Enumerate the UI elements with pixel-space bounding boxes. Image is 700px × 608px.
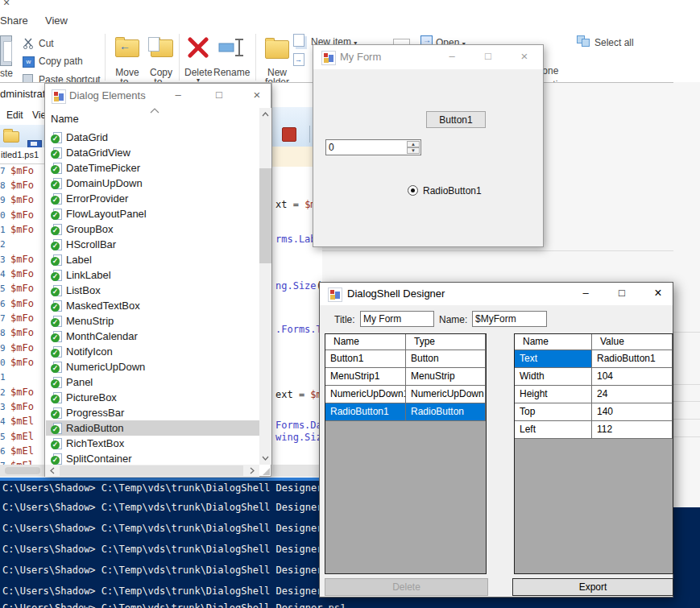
move-to-button[interactable]: ← Move to ▾	[113, 35, 142, 81]
button1[interactable]: Button1	[426, 111, 486, 128]
grid-cell[interactable]: Button1	[325, 350, 406, 368]
radiobutton1[interactable]	[408, 185, 418, 196]
list-item-label: Panel	[66, 374, 93, 390]
paste-label[interactable]: ste	[0, 68, 13, 79]
list-item[interactable]: ✓HScrollBar	[46, 237, 259, 252]
list-item[interactable]: ✓NumericUpDown	[46, 359, 259, 374]
paste-icon[interactable]	[0, 35, 12, 66]
grid-header-cell[interactable]: Name	[325, 334, 406, 350]
grid-row[interactable]: Left112	[515, 421, 673, 439]
list-item[interactable]: ✓GroupBox	[46, 221, 259, 237]
ise-editor-line: 8$mFo	[0, 327, 34, 341]
list-item[interactable]: ✓MenuStrip	[46, 313, 259, 329]
minimize-button[interactable]: –	[444, 48, 460, 64]
list-item[interactable]: ✓ProgressBar	[46, 405, 259, 420]
copy-to-button[interactable]: Copy to ▾	[147, 35, 176, 81]
grid-cell[interactable]: Button	[406, 350, 486, 368]
list-item[interactable]: ✓NotifyIcon	[46, 344, 259, 359]
list-item[interactable]: ✓DomainUpDown	[46, 176, 259, 191]
new-folder-button[interactable]: New folder	[263, 35, 292, 81]
close-button[interactable]: ×	[516, 48, 532, 64]
controls-grid[interactable]: NameTypeButton1ButtonMenuStrip1MenuStrip…	[325, 333, 487, 574]
list-item[interactable]: ✓PictureBox	[46, 390, 259, 405]
grid-row[interactable]: RadioButton1RadioButton	[325, 403, 486, 421]
grid-cell[interactable]: NumericUpDown	[406, 386, 486, 403]
scroll-down-icon[interactable]	[259, 452, 271, 465]
grid-row[interactable]: Top140	[515, 403, 673, 421]
close-button[interactable]: ×	[650, 285, 666, 301]
scroll-left-icon[interactable]	[47, 465, 58, 477]
grid-cell[interactable]: RadioButton1	[325, 403, 406, 421]
grid-cell[interactable]: Height	[515, 386, 592, 403]
grid-row[interactable]: Width104	[515, 368, 673, 386]
list-item[interactable]: ✓LinkLabel	[46, 267, 259, 283]
list-item[interactable]: ✓Label	[46, 252, 259, 267]
name-input[interactable]	[472, 311, 547, 327]
grid-cell[interactable]: 112	[592, 421, 673, 439]
list-item-label: MonthCalendar	[66, 329, 138, 344]
scroll-right-icon[interactable]	[246, 465, 258, 477]
grid-cell[interactable]: 140	[592, 403, 673, 421]
titlebar[interactable]: DialogShell Designer – □ ×	[320, 283, 673, 305]
scrollbar-thumb[interactable]	[60, 465, 243, 476]
maximize-button[interactable]: □	[480, 48, 496, 64]
list-item[interactable]: ✓RichTextBox	[46, 436, 259, 451]
vertical-scrollbar[interactable]	[259, 108, 271, 465]
list-item[interactable]: ✓Panel	[46, 374, 259, 390]
list-item[interactable]: ✓FlowLayoutPanel	[46, 206, 259, 221]
export-button[interactable]: Export	[512, 578, 673, 596]
scrollbar-thumb[interactable]	[5, 467, 40, 474]
list-item[interactable]: ✓MonthCalendar	[46, 329, 259, 344]
horizontal-scrollbar[interactable]	[45, 465, 259, 477]
grid-cell[interactable]: Width	[515, 368, 592, 386]
copy-path-button[interactable]: Copy path	[39, 56, 83, 67]
spin-down-icon[interactable]: ▼	[407, 147, 420, 154]
list-item[interactable]: ✓RadioButton	[46, 420, 259, 436]
grid-row[interactable]: MenuStrip1MenuStrip	[325, 368, 486, 386]
select-all-button[interactable]: Select all	[594, 37, 634, 48]
grid-cell[interactable]: Text	[515, 350, 592, 368]
minimize-button[interactable]: –	[578, 285, 594, 301]
list-item[interactable]: ✓DateTimePicker	[46, 160, 259, 176]
grid-cell[interactable]: Top	[515, 403, 592, 421]
grid-header-cell[interactable]: Type	[406, 334, 486, 350]
list-item[interactable]: ✓ListBox	[46, 283, 259, 298]
spin-up-icon[interactable]: ▲	[407, 141, 420, 147]
grid-row[interactable]: Button1Button	[325, 350, 486, 368]
grid-cell[interactable]: NumericUpDown1	[325, 386, 406, 403]
ise-editor-line: 2$mFo	[0, 387, 34, 401]
grid-cell[interactable]: 104	[592, 368, 673, 386]
list-item-label: NumericUpDown	[66, 359, 145, 374]
grid-cell[interactable]: MenuStrip1	[325, 368, 406, 386]
maximize-button[interactable]: □	[614, 285, 630, 301]
resize-grip[interactable]	[263, 468, 270, 475]
rename-button[interactable]: Rename	[213, 35, 249, 81]
list-item[interactable]: ✓DataGrid	[46, 130, 259, 145]
tab-view[interactable]: View	[45, 14, 68, 27]
grid-cell[interactable]: 24	[592, 386, 673, 403]
scroll-up-icon[interactable]	[259, 108, 271, 121]
titlebar[interactable]: My Form – □ ×	[313, 45, 543, 69]
delete-button[interactable]: Delete ▾	[184, 35, 212, 81]
grid-cell[interactable]: Left	[515, 421, 592, 439]
title-input[interactable]	[360, 311, 434, 327]
properties-grid[interactable]: NameValueTextRadioButton1Width104Height2…	[514, 333, 673, 574]
easy-access-icon[interactable]: →	[293, 53, 304, 66]
grid-row[interactable]: Height24	[515, 386, 673, 403]
grid-cell[interactable]: MenuStrip	[406, 368, 486, 386]
cut-button[interactable]: Cut	[39, 38, 54, 49]
list-item[interactable]: ✓ErrorProvider	[46, 191, 259, 206]
numeric-updown[interactable]: 0 ▲ ▼	[325, 139, 421, 155]
console-line: C:\Users\Shadow> C:\Temp\vds\trunk\Dialo…	[2, 502, 346, 514]
grid-header-cell[interactable]: Name	[515, 334, 592, 350]
scrollbar-thumb[interactable]	[259, 168, 271, 263]
list-item[interactable]: ✓DataGridView	[46, 145, 259, 160]
tab-share[interactable]: Share	[0, 14, 28, 27]
grid-header-cell[interactable]: Value	[592, 334, 673, 350]
close-icon[interactable]: ×	[3, 0, 10, 9]
grid-cell[interactable]: RadioButton1	[592, 350, 673, 368]
grid-row[interactable]: NumericUpDown1NumericUpDown	[325, 386, 486, 403]
grid-cell[interactable]: RadioButton	[406, 403, 486, 421]
list-item[interactable]: ✓MaskedTextBox	[46, 298, 259, 313]
grid-row[interactable]: TextRadioButton1	[515, 350, 673, 368]
